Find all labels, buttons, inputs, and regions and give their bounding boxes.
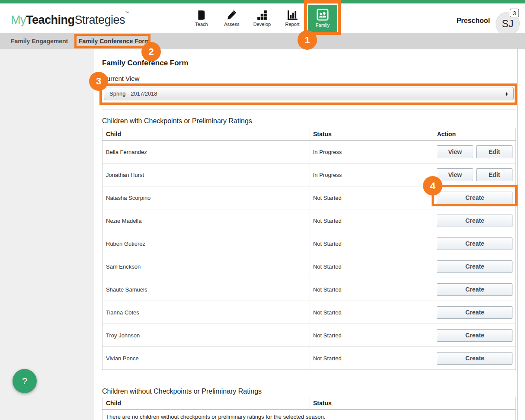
subnav-item-family-engagement[interactable]: Family Engagement <box>11 33 68 49</box>
nav-item-develop[interactable]: Develop <box>249 7 275 33</box>
subnav-item-family-conference-form[interactable]: Family Conference Form <box>79 33 150 49</box>
avatar-initials: SJ <box>502 18 514 30</box>
action-cell: Create <box>433 255 515 278</box>
child-name: Jonathan Hurst <box>102 164 310 186</box>
app-logo: MyTeachingStrategies™ <box>11 11 129 27</box>
child-name: Nezie Madella <box>102 209 310 232</box>
column-header-status: Status <box>310 397 515 409</box>
view-button[interactable]: View <box>437 145 473 158</box>
create-button[interactable]: Create <box>437 329 512 342</box>
status-text: Not Started <box>310 232 433 255</box>
section2-heading: Children without Checkpoints or Prelimin… <box>102 388 262 395</box>
edit-button[interactable]: Edit <box>476 168 512 181</box>
page: MyTeachingStrategies™ Teach Assess <box>0 0 525 420</box>
section1-heading: Children with Checkpoints or Preliminary… <box>102 117 252 125</box>
nav-item-report[interactable]: Report <box>279 7 305 33</box>
table-header-row: Child Status <box>102 397 515 410</box>
create-button[interactable]: Create <box>437 215 512 227</box>
step-number: 1 <box>304 35 310 46</box>
action-cell: ViewEdit <box>433 164 515 186</box>
action-cell: Create <box>433 347 515 369</box>
table-row: Shaute SamuelsNot StartedCreate <box>102 278 515 301</box>
children-without-checkpoints-table: Child Status There are no children witho… <box>102 397 516 420</box>
step-badge-2: 2 <box>141 42 161 61</box>
table-row: Tianna CotesNot StartedCreate <box>102 301 515 324</box>
nav-item-family[interactable]: Family <box>308 5 337 35</box>
child-name: Ruben Gutierez <box>102 232 310 255</box>
notification-count: 3 <box>513 10 516 16</box>
child-name: Troy Johnson <box>102 324 310 346</box>
create-button[interactable]: Create <box>437 237 512 250</box>
create-button[interactable]: Create <box>437 352 512 365</box>
step-number: 4 <box>430 180 435 192</box>
status-text: Not Started <box>310 209 433 232</box>
subnav-bar: Family Engagement Family Conference Form <box>0 33 525 49</box>
empty-table-message: There are no children without checkpoint… <box>102 410 325 420</box>
edit-button[interactable]: Edit <box>476 145 512 158</box>
top-accent-bar <box>0 0 525 3</box>
table-row: Nezie MadellaNot StartedCreate <box>102 209 515 232</box>
table-header-row: Child Status Action <box>102 128 515 141</box>
current-view-selected-value: Spring - 2017/2018 <box>109 90 157 97</box>
logo-trademark: ™ <box>125 11 129 15</box>
page-title: Family Conference Form <box>102 59 188 67</box>
status-text: In Progress <box>310 141 433 163</box>
step-number: 3 <box>96 76 101 87</box>
left-sidebar <box>0 49 94 420</box>
help-button[interactable]: ? <box>13 369 37 393</box>
status-text: Not Started <box>310 324 433 346</box>
select-stepper-icon: ▲▼ <box>505 92 508 96</box>
status-text: Not Started <box>310 278 433 301</box>
column-header-status: Status <box>310 128 433 140</box>
action-cell: Create <box>433 278 515 301</box>
nav-label-family: Family <box>308 22 337 28</box>
child-name: Shaute Samuels <box>102 278 310 301</box>
create-button[interactable]: Create <box>437 306 512 319</box>
children-with-table-rows: Bella FernandezIn ProgressViewEditJonath… <box>102 141 515 370</box>
question-mark-icon: ? <box>22 376 27 386</box>
create-button[interactable]: Create <box>437 283 512 296</box>
empty-table-row: There are no children without checkpoint… <box>102 410 515 420</box>
status-text: Not Started <box>310 255 433 278</box>
step-badge-1: 1 <box>298 30 317 50</box>
step-number: 2 <box>148 46 154 58</box>
context-label: Preschool <box>457 17 490 25</box>
section-divider <box>102 109 516 109</box>
child-name: Sam Erickson <box>102 255 310 278</box>
table-row: Ruben GutierezNot StartedCreate <box>102 232 515 255</box>
blocks-icon <box>256 10 268 21</box>
action-cell: Create <box>433 186 515 209</box>
logo-teaching: Teaching <box>26 13 75 26</box>
action-cell: Create <box>433 301 515 324</box>
table-row: Troy JohnsonNot StartedCreate <box>102 324 515 347</box>
child-name: Bella Fernandez <box>102 141 310 163</box>
table-row: Vivian PonceNot StartedCreate <box>102 347 515 370</box>
child-name: Natasha Scorpino <box>102 186 310 209</box>
family-icon <box>316 8 329 21</box>
status-text: In Progress <box>310 164 433 186</box>
create-button[interactable]: Create <box>437 192 512 204</box>
nav-item-assess[interactable]: Assess <box>219 7 245 33</box>
step-badge-3: 3 <box>89 72 108 91</box>
table-row: Jonathan HurstIn ProgressViewEdit <box>102 164 515 186</box>
create-button[interactable]: Create <box>437 260 512 273</box>
nav-item-teach[interactable]: Teach <box>189 7 214 33</box>
pencil-icon <box>226 10 237 21</box>
view-button[interactable]: View <box>437 168 473 181</box>
status-text: Not Started <box>310 347 433 369</box>
action-cell: Create <box>433 232 515 255</box>
status-text: Not Started <box>310 186 433 209</box>
current-view-select[interactable]: Spring - 2017/2018 ▲▼ <box>104 87 514 100</box>
column-header-action: Action <box>433 128 515 140</box>
logo-my: My <box>11 13 26 26</box>
column-header-child: Child <box>102 128 310 140</box>
nav-label-report: Report <box>279 22 305 27</box>
book-icon <box>196 10 207 21</box>
table-row: Bella FernandezIn ProgressViewEdit <box>102 141 515 164</box>
table-row: Natasha ScorpinoNot StartedCreate <box>102 186 515 209</box>
bar-chart-icon <box>287 10 298 21</box>
subnav-label-family-engagement: Family Engagement <box>11 38 68 45</box>
nav-label-assess: Assess <box>219 22 245 27</box>
column-header-child: Child <box>102 397 310 409</box>
child-name: Vivian Ponce <box>102 347 310 369</box>
